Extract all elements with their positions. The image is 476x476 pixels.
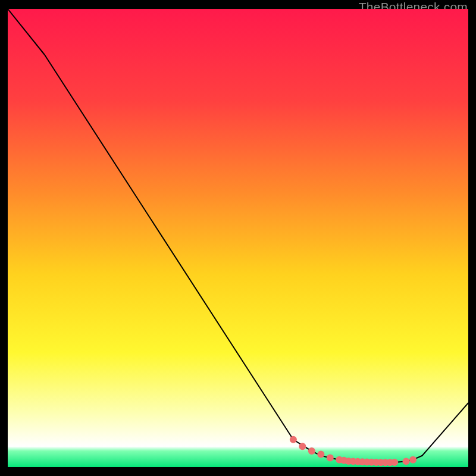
- highlight-dot: [327, 455, 334, 462]
- highlight-dot: [409, 456, 416, 464]
- gradient-background: [8, 9, 468, 467]
- highlight-dot: [290, 436, 297, 443]
- highlight-dot: [299, 443, 306, 450]
- highlight-dot: [308, 447, 315, 455]
- chart-svg: [8, 9, 468, 467]
- highlight-dot: [403, 458, 410, 465]
- highlight-dot: [317, 450, 324, 458]
- highlight-dot: [391, 459, 398, 466]
